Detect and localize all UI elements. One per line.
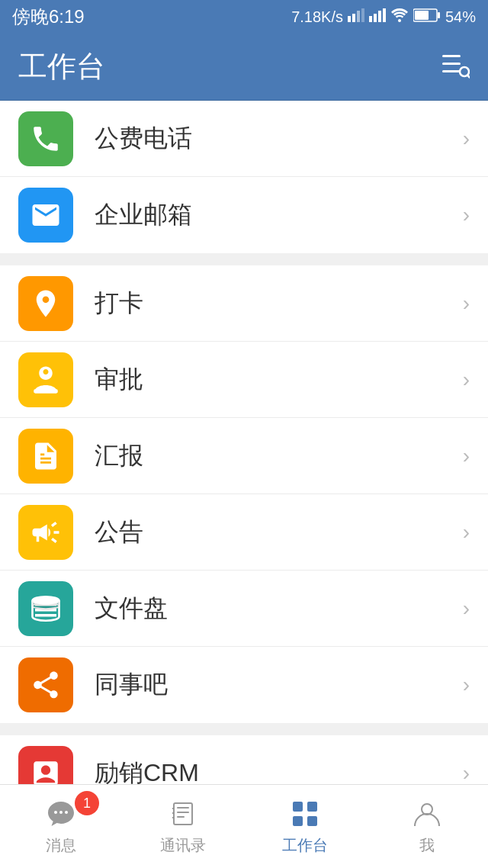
chevron-icon: › [463,368,470,392]
svg-point-35 [422,804,432,815]
svg-rect-24 [174,803,192,825]
svg-rect-17 [34,389,58,393]
announcement-icon [18,505,73,560]
network-speed: 7.18K/s [291,8,343,26]
phone-icon [18,111,73,166]
announcement-label: 公告 [95,516,463,549]
svg-rect-5 [374,14,377,22]
svg-rect-1 [352,14,355,22]
svg-rect-11 [438,12,440,18]
menu-item-checkin[interactable]: 打卡 › [0,265,488,342]
chevron-icon: › [463,520,470,545]
status-bar: 傍晚6:19 7.18K/s [0,0,488,34]
signal-icon [348,8,364,26]
bottom-nav: 1 消息 通讯录 工作台 [0,784,488,868]
svg-point-23 [65,811,68,814]
app-header: 工作台 [0,34,488,101]
colleague-label: 同事吧 [95,668,463,702]
status-time: 傍晚6:19 [12,5,85,29]
svg-rect-0 [348,16,351,22]
section-communication: 公费电话 › 企业邮箱 › [0,101,488,253]
storage-icon [18,581,73,636]
nav-message-label: 消息 [46,835,76,856]
svg-rect-4 [369,16,372,22]
svg-rect-7 [383,8,386,22]
svg-rect-6 [378,11,381,22]
signal-icon-2 [369,8,386,26]
svg-rect-32 [307,802,317,812]
nav-workspace[interactable]: 工作台 [244,785,366,868]
svg-rect-25 [177,807,189,809]
filedisk-label: 文件盘 [95,592,463,625]
person-icon [410,797,444,831]
battery-percent: 54% [445,8,476,26]
menu-settings-button[interactable] [439,49,470,85]
chevron-icon: › [463,127,470,151]
main-content: 公费电话 › 企业邮箱 › 打卡 › [0,101,488,868]
menu-item-email[interactable]: 企业邮箱 › [0,177,488,253]
nav-me[interactable]: 我 [366,785,488,868]
svg-rect-2 [357,11,360,22]
chevron-icon: › [463,203,470,227]
svg-point-20 [33,596,59,605]
nav-workspace-label: 工作台 [282,835,328,856]
email-label: 企业邮箱 [95,198,463,232]
svg-rect-31 [293,802,303,812]
svg-rect-3 [361,8,364,22]
svg-rect-13 [442,63,461,65]
svg-rect-10 [415,11,429,20]
svg-rect-27 [177,816,185,818]
chevron-icon: › [463,761,470,786]
svg-point-21 [54,811,57,814]
battery-icon [413,8,441,26]
svg-rect-14 [442,70,461,72]
menu-item-phone[interactable]: 公费电话 › [0,101,488,177]
location-icon [18,276,73,331]
svg-rect-12 [442,55,461,57]
message-icon [44,797,78,831]
svg-line-16 [468,76,470,78]
nav-message[interactable]: 1 消息 [0,785,122,868]
chevron-icon: › [463,596,470,621]
chevron-icon: › [463,291,470,316]
stamp-icon [18,352,73,407]
svg-rect-33 [293,816,303,826]
phone-label: 公费电话 [95,122,463,156]
checkin-label: 打卡 [95,287,463,320]
chevron-icon: › [463,444,470,468]
svg-point-8 [398,19,401,22]
page-title: 工作台 [18,47,105,86]
menu-item-filedisk[interactable]: 文件盘 › [0,571,488,647]
share-icon [18,657,73,712]
report-label: 汇报 [95,439,463,473]
svg-rect-26 [177,812,189,813]
approval-label: 审批 [95,363,463,397]
menu-item-announcement[interactable]: 公告 › [0,494,488,571]
section-tools: 打卡 › 审批 › 汇报 › [0,265,488,723]
nav-contacts[interactable]: 通讯录 [122,785,244,868]
nav-me-label: 我 [419,835,435,856]
svg-point-22 [59,811,63,814]
menu-item-approval[interactable]: 审批 › [0,342,488,418]
contacts-icon [166,797,200,831]
nav-contacts-label: 通讯录 [160,835,206,856]
menu-item-colleague[interactable]: 同事吧 › [0,647,488,723]
status-right: 7.18K/s [291,8,476,27]
chevron-icon: › [463,673,470,697]
menu-item-report[interactable]: 汇报 › [0,418,488,494]
wifi-icon [390,8,409,27]
svg-rect-34 [307,816,317,826]
document-icon [18,429,73,484]
email-icon [18,188,73,243]
workspace-icon [288,797,322,831]
message-badge: 1 [75,791,99,815]
